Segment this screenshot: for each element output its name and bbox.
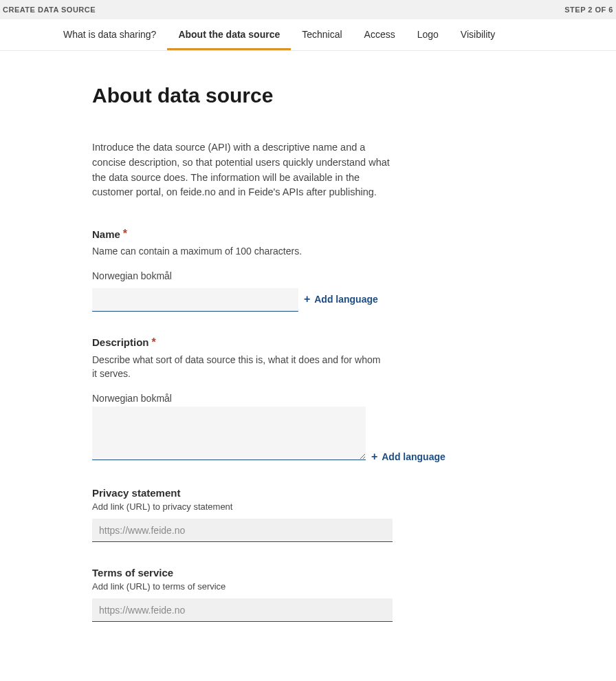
tab-visibility[interactable]: Visibility [450,19,506,50]
name-input[interactable] [92,288,298,312]
plus-icon: + [371,451,377,462]
page-intro: Introduce the data source (API) with a d… [92,140,395,200]
description-label: Description [92,336,149,348]
topbar: CREATE DATA SOURCE STEP 2 OF 6 [0,0,616,19]
description-input[interactable] [92,407,366,460]
topbar-title: CREATE DATA SOURCE [3,6,96,14]
tos-label: Terms of service [92,567,481,579]
description-field-group: Description * Describe what sort of data… [92,336,481,463]
main-content: About data source Introduce the data sou… [0,51,481,674]
privacy-field-group: Privacy statement Add link (URL) to priv… [92,487,481,542]
privacy-url-input[interactable] [92,519,393,542]
name-hint: Name can contain a maximum of 100 charac… [92,244,381,258]
tab-access[interactable]: Access [353,19,406,50]
tab-technical[interactable]: Technical [291,19,353,50]
description-hint: Describe what sort of data source this i… [92,353,381,381]
tos-hint: Add link (URL) to terms of service [92,581,481,592]
add-language-description[interactable]: + Add language [368,451,446,462]
tab-about-the-data-source[interactable]: About the data source [167,19,291,50]
add-language-label: Add language [314,294,378,305]
required-icon: * [152,336,156,349]
privacy-label: Privacy statement [92,487,481,499]
name-lang-label: Norwegian bokmål [92,270,481,281]
footer-buttons: Go back Continue [0,674,616,681]
topbar-step: STEP 2 OF 6 [564,6,613,14]
description-lang-label: Norwegian bokmål [92,393,481,404]
plus-icon: + [304,294,310,305]
tos-field-group: Terms of service Add link (URL) to terms… [92,567,481,622]
required-icon: * [123,228,127,240]
name-label: Name [92,228,120,240]
description-label-row: Description * [92,336,481,349]
tab-logo[interactable]: Logo [406,19,450,50]
name-field-group: Name * Name can contain a maximum of 100… [92,228,481,312]
name-label-row: Name * [92,228,481,240]
page-title: About data source [92,84,481,107]
tos-url-input[interactable] [92,598,393,622]
add-language-label: Add language [382,451,446,462]
privacy-hint: Add link (URL) to privacy statement [92,501,481,512]
add-language-name[interactable]: + Add language [301,294,378,305]
tab-nav: What is data sharing? About the data sou… [0,19,616,51]
tab-what-is-data-sharing[interactable]: What is data sharing? [52,19,167,50]
